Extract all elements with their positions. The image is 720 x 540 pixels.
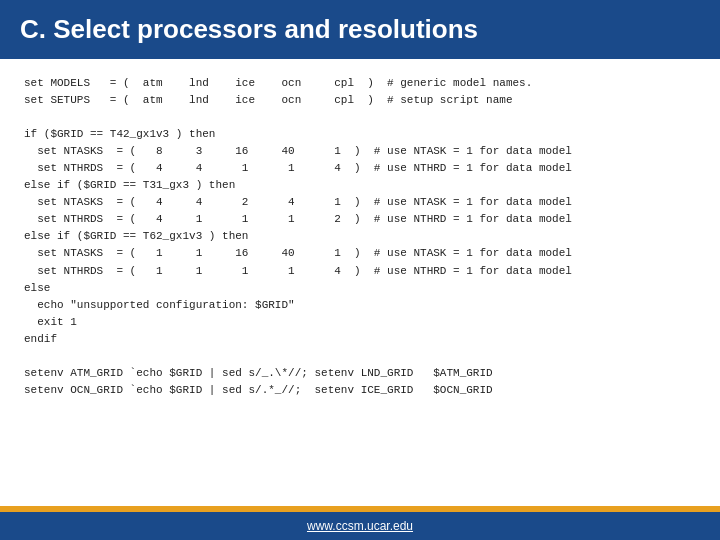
code-block: set MODELS = ( atm lnd ice ocn cpl ) # g… bbox=[24, 75, 696, 496]
slide-footer: www.ccsm.ucar.edu bbox=[0, 512, 720, 540]
slide-content: set MODELS = ( atm lnd ice ocn cpl ) # g… bbox=[0, 59, 720, 506]
slide-header: C. Select processors and resolutions bbox=[0, 0, 720, 59]
slide-title: C. Select processors and resolutions bbox=[20, 14, 478, 44]
footer-url: www.ccsm.ucar.edu bbox=[307, 519, 413, 533]
slide: C. Select processors and resolutions set… bbox=[0, 0, 720, 540]
